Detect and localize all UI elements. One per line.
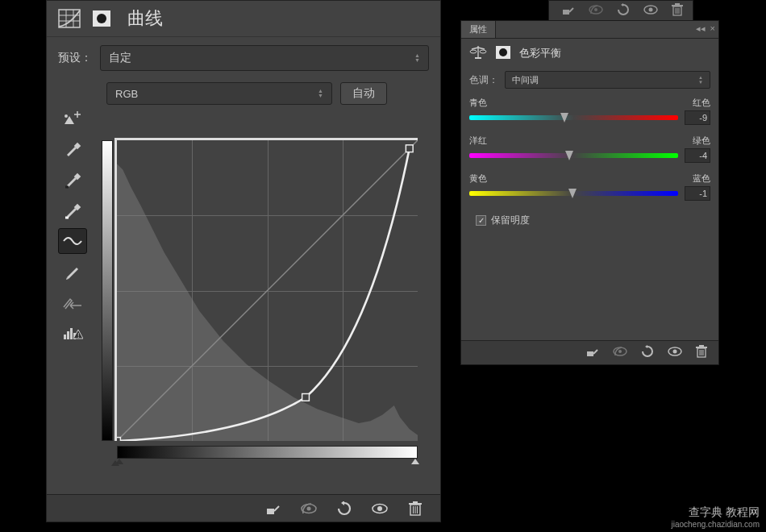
svg-rect-29 [117, 438, 120, 441]
channel-row: RGB ▲▼ 自动 [95, 79, 440, 108]
clip-to-layer-icon[interactable] [586, 346, 599, 360]
slider-value[interactable]: -9 [685, 110, 710, 125]
clip-to-layer-icon[interactable] [263, 498, 284, 519]
smooth-icon[interactable] [58, 289, 87, 315]
slider-left-label: 黄色 [469, 172, 487, 185]
output-caret-icon [111, 460, 119, 466]
curves-tool-column: ! [58, 106, 90, 346]
preset-value: 自定 [109, 51, 131, 65]
preserve-luminosity-row[interactable]: ✓ 保留明度 [461, 206, 718, 235]
layer-panel-footer-top [548, 0, 693, 21]
slider-left-label: 青色 [469, 97, 487, 109]
watermark-main: 查字典 教程网 [689, 505, 760, 518]
curve-line[interactable] [117, 140, 418, 441]
tone-value: 中间调 [512, 74, 539, 86]
properties-title: 色彩平衡 [519, 46, 561, 60]
svg-point-50 [618, 350, 622, 353]
eyedropper-white-icon[interactable] [58, 197, 87, 223]
svg-rect-48 [587, 351, 593, 356]
tone-row: 色调： 中间调 ▲▼ [461, 68, 718, 92]
svg-point-52 [673, 350, 677, 354]
slider-thumb[interactable] [568, 189, 577, 198]
svg-rect-24 [70, 328, 73, 339]
curve-edit-icon[interactable] [58, 228, 87, 254]
slider-2: 黄色蓝色-1 [461, 168, 718, 206]
svg-point-47 [499, 48, 507, 56]
properties-bottom-bar [461, 340, 718, 364]
view-previous-icon[interactable] [588, 4, 604, 18]
input-ramp[interactable] [117, 446, 418, 459]
svg-point-44 [480, 50, 486, 53]
tone-label: 色调： [469, 73, 498, 87]
dropdown-arrows-icon: ▲▼ [414, 53, 420, 63]
visibility-icon[interactable] [369, 498, 390, 519]
svg-rect-7 [675, 3, 680, 5]
svg-rect-32 [267, 509, 274, 514]
slider-thumb[interactable] [560, 113, 568, 123]
svg-rect-38 [409, 503, 422, 505]
trash-icon[interactable] [696, 345, 707, 360]
pencil-draw-icon[interactable] [58, 259, 87, 285]
slider-right-label: 红色 [693, 97, 710, 109]
slider-right-label: 绿色 [693, 135, 710, 147]
slider-right-label: 蓝色 [693, 172, 710, 185]
output-ramp[interactable] [102, 140, 113, 441]
svg-rect-54 [696, 347, 707, 348]
reset-icon[interactable] [617, 3, 630, 19]
preset-label: 预设： [58, 51, 92, 65]
trash-icon[interactable] [672, 3, 683, 19]
white-point-slider[interactable] [411, 459, 419, 464]
svg-point-43 [470, 50, 477, 53]
slider-0: 青色红色-9 [461, 92, 718, 130]
slider-value[interactable]: -4 [685, 148, 710, 163]
channel-select[interactable]: RGB ▲▼ [106, 82, 332, 105]
watermark-sub: jiaocheng.chazidian.com [671, 520, 760, 529]
curves-panel: 曲线 预设： 自定 ▲▼ RGB ▲▼ 自动 ! [46, 0, 441, 522]
slider-track[interactable] [469, 191, 678, 196]
eyedropper-sample-icon[interactable] [58, 136, 87, 162]
curves-bottom-bar [47, 494, 440, 522]
svg-rect-55 [699, 345, 704, 347]
dropdown-arrows-icon: ▲▼ [698, 75, 703, 85]
watermark: 查字典 教程网 jiaocheng.chazidian.com [664, 502, 766, 532]
svg-point-4 [649, 7, 653, 11]
curves-graph[interactable] [103, 138, 429, 468]
histogram-warning-icon[interactable]: ! [58, 320, 87, 346]
curves-adjustment-icon [58, 8, 81, 29]
targeted-adjust-icon[interactable] [58, 106, 87, 131]
svg-rect-39 [413, 501, 418, 503]
view-previous-icon[interactable] [612, 346, 628, 360]
svg-line-28 [117, 140, 418, 441]
layer-mask-icon [495, 45, 511, 62]
auto-button[interactable]: 自动 [340, 82, 387, 105]
dropdown-arrows-icon: ▲▼ [318, 89, 323, 98]
slider-track[interactable] [469, 115, 678, 120]
view-previous-icon[interactable] [298, 498, 319, 519]
eyedropper-black-icon[interactable] [58, 167, 87, 193]
reset-icon[interactable] [641, 345, 654, 360]
svg-point-34 [307, 506, 311, 510]
close-icon[interactable]: × [710, 23, 715, 34]
visibility-icon[interactable] [643, 4, 659, 18]
slider-left-label: 洋红 [469, 135, 487, 147]
trash-icon[interactable] [405, 498, 426, 519]
svg-point-17 [97, 14, 106, 23]
svg-rect-22 [64, 335, 66, 339]
channel-value: RGB [115, 88, 138, 100]
slider-value[interactable]: -1 [685, 186, 710, 201]
svg-rect-11 [59, 10, 80, 27]
tab-properties[interactable]: 属性 [461, 21, 496, 38]
slider-thumb[interactable] [565, 151, 573, 160]
preserve-label: 保留明度 [491, 214, 530, 227]
tone-select[interactable]: 中间调 ▲▼ [505, 71, 710, 89]
slider-track[interactable] [469, 153, 678, 158]
collapse-icon[interactable]: ◂◂ [696, 23, 706, 34]
preset-select[interactable]: 自定 ▲▼ [100, 45, 429, 71]
clip-icon[interactable] [562, 4, 575, 18]
visibility-icon[interactable] [667, 346, 683, 360]
checkbox-checked-icon[interactable]: ✓ [476, 215, 486, 226]
svg-rect-23 [67, 331, 69, 339]
reset-icon[interactable] [334, 498, 355, 519]
svg-rect-6 [672, 5, 683, 6]
svg-text:!: ! [77, 331, 80, 339]
